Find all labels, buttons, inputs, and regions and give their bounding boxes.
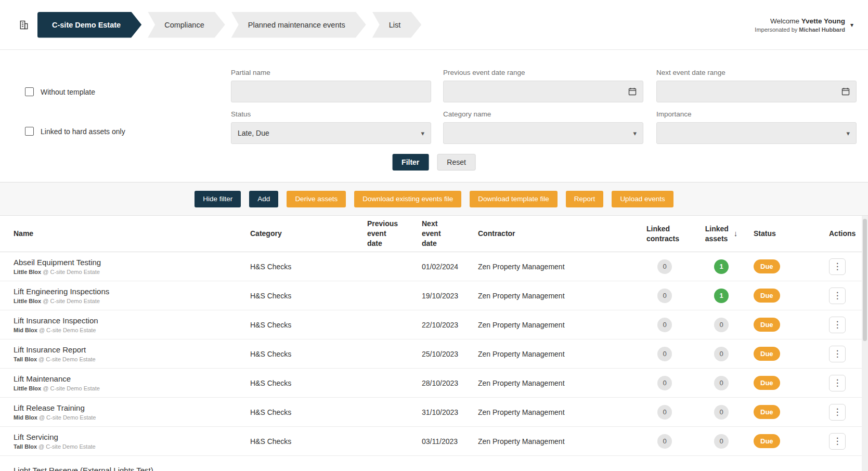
status-badge: Due [754, 347, 780, 361]
event-location: Little Blox @ C-site Demo Estate [14, 385, 250, 391]
linked-assets-badge: 0 [714, 318, 729, 332]
calendar-icon[interactable] [841, 87, 850, 96]
status-value: Late, Due [238, 129, 421, 137]
download-existing-events-file-button[interactable]: Download existing events file [354, 191, 461, 207]
table-row: Lift ServicingTall Blox @ C-site Demo Es… [0, 427, 868, 456]
cell-actions: ⋮ [823, 258, 854, 275]
breadcrumb-item-list[interactable]: List [372, 12, 422, 38]
scrollbar-thumb[interactable] [863, 219, 867, 341]
column-header-linked-contracts[interactable]: Linked contracts [634, 224, 695, 244]
cell-linked-assets: 1 [695, 289, 747, 303]
cell-actions: ⋮ [823, 433, 854, 450]
category-name-select[interactable]: ▾ [443, 122, 643, 144]
event-name[interactable]: Lift Insurance Report [14, 345, 250, 354]
linked-hard-assets-row: Linked to hard assets only [25, 127, 125, 136]
column-header-previous-event-date[interactable]: Previous event date [367, 219, 422, 248]
welcome-text: Welcome Yvette Young [755, 17, 845, 25]
linked-assets-badge: 0 [714, 376, 729, 390]
cell-actions: ⋮ [823, 404, 854, 421]
status-label: Status [231, 110, 431, 118]
previous-event-date-range-input[interactable] [443, 81, 643, 102]
breadcrumb-item-c-site-demo-estate[interactable]: C-site Demo Estate [37, 12, 141, 38]
user-menu[interactable]: Welcome Yvette Young Impersonated by Mic… [755, 17, 853, 33]
chevron-down-icon: ▾ [421, 129, 424, 137]
chevron-down-icon[interactable]: ▾ [850, 21, 853, 29]
row-actions-button[interactable]: ⋮ [829, 258, 846, 275]
event-name[interactable]: Abseil Equipment Testing [14, 258, 250, 267]
download-template-file-button[interactable]: Download template file [470, 191, 558, 207]
column-header-name[interactable]: Name [14, 229, 250, 239]
column-header-actions: Actions [823, 229, 856, 239]
status-group: Status Late, Due ▾ [231, 110, 431, 144]
importance-select[interactable]: ▾ [656, 122, 857, 144]
linked-contracts-badge: 0 [657, 259, 672, 274]
event-location: Mid Blox @ C-site Demo Estate [14, 327, 250, 333]
status-badge: Due [754, 318, 780, 332]
cell-contractor: Zen Property Management [478, 263, 634, 271]
row-actions-button[interactable]: ⋮ [829, 287, 846, 304]
next-event-date-range-input[interactable] [656, 81, 857, 102]
linked-assets-badge: 1 [714, 259, 729, 274]
upload-events-button[interactable]: Upload events [612, 191, 673, 207]
cell-actions: ⋮ [823, 346, 854, 362]
event-name[interactable]: Lift Insurance Inspection [14, 316, 250, 325]
event-location: Little Blox @ C-site Demo Estate [14, 269, 250, 275]
column-header-category[interactable]: Category [250, 229, 367, 239]
event-name[interactable]: Lift Release Training [14, 403, 250, 412]
derive-assets-button[interactable]: Derive assets [287, 191, 346, 207]
event-name[interactable]: Lift Engineering Inspections [14, 287, 250, 296]
toolbar: Hide filterAddDerive assetsDownload exis… [0, 182, 868, 216]
hide-filter-button[interactable]: Hide filter [195, 191, 241, 207]
filter-button[interactable]: Filter [392, 154, 429, 171]
report-button[interactable]: Report [566, 191, 604, 207]
row-actions-button[interactable]: ⋮ [829, 404, 846, 421]
row-actions-button[interactable]: ⋮ [829, 433, 846, 450]
cell-name: Lift Insurance InspectionMid Blox @ C-si… [14, 316, 250, 333]
without-template-label: Without template [41, 88, 95, 96]
breadcrumb-item-planned-maintenance-events[interactable]: Planned maintenance events [231, 12, 366, 38]
cell-linked-contracts: 0 [634, 318, 695, 332]
cell-contractor: Zen Property Management [478, 292, 634, 300]
event-name[interactable]: Lift Servicing [14, 433, 250, 441]
row-actions-button[interactable]: ⋮ [829, 346, 846, 362]
cell-contractor: Zen Property Management [478, 379, 634, 387]
cell-actions: ⋮ [823, 317, 854, 333]
linked-hard-assets-checkbox[interactable] [25, 127, 34, 136]
filter-actions: Filter Reset [392, 154, 476, 171]
reset-button[interactable]: Reset [437, 154, 476, 171]
user-info: Welcome Yvette Young Impersonated by Mic… [755, 17, 845, 33]
cell-linked-assets: 1 [695, 259, 747, 274]
linked-contracts-badge: 0 [657, 405, 672, 420]
cell-linked-contracts: 0 [634, 376, 695, 390]
chevron-down-icon: ▾ [633, 129, 637, 137]
next-event-date-range-group: Next event date range [656, 69, 857, 102]
row-actions-button[interactable]: ⋮ [829, 375, 846, 391]
calendar-icon[interactable] [628, 87, 637, 96]
previous-event-date-range-label: Previous event date range [443, 69, 643, 76]
partial-name-group: Partial name [231, 69, 431, 102]
cell-name: Lift ServicingTall Blox @ C-site Demo Es… [14, 433, 250, 450]
cell-next-event-date: 31/10/2023 [422, 408, 478, 416]
vertical-scrollbar[interactable] [862, 216, 868, 471]
linked-assets-badge: 0 [714, 434, 729, 449]
cell-contractor: Zen Property Management [478, 408, 634, 416]
column-header-contractor[interactable]: Contractor [478, 229, 634, 239]
category-name-label: Category name [443, 110, 643, 118]
cell-next-event-date: 01/02/2024 [422, 263, 478, 271]
column-header-status[interactable]: Status [747, 229, 823, 239]
cell-linked-contracts: 0 [634, 259, 695, 274]
cell-contractor: Zen Property Management [478, 321, 634, 329]
event-name[interactable]: Light Test Reserve (External Lights Test… [14, 466, 250, 471]
breadcrumb-item-compliance[interactable]: Compliance [148, 12, 225, 38]
event-location: Tall Blox @ C-site Demo Estate [14, 356, 250, 362]
column-header-linked-assets[interactable]: Linked assets↓ [695, 224, 747, 244]
linked-contracts-badge: 0 [657, 434, 672, 449]
cell-linked-contracts: 0 [634, 289, 695, 303]
without-template-checkbox[interactable] [25, 87, 34, 96]
event-name[interactable]: Lift Maintenance [14, 374, 250, 383]
status-select[interactable]: Late, Due ▾ [231, 122, 431, 144]
column-header-next-event-date[interactable]: Next event date [422, 219, 478, 248]
add-button[interactable]: Add [249, 191, 278, 207]
partial-name-input[interactable] [231, 81, 431, 102]
row-actions-button[interactable]: ⋮ [829, 317, 846, 333]
